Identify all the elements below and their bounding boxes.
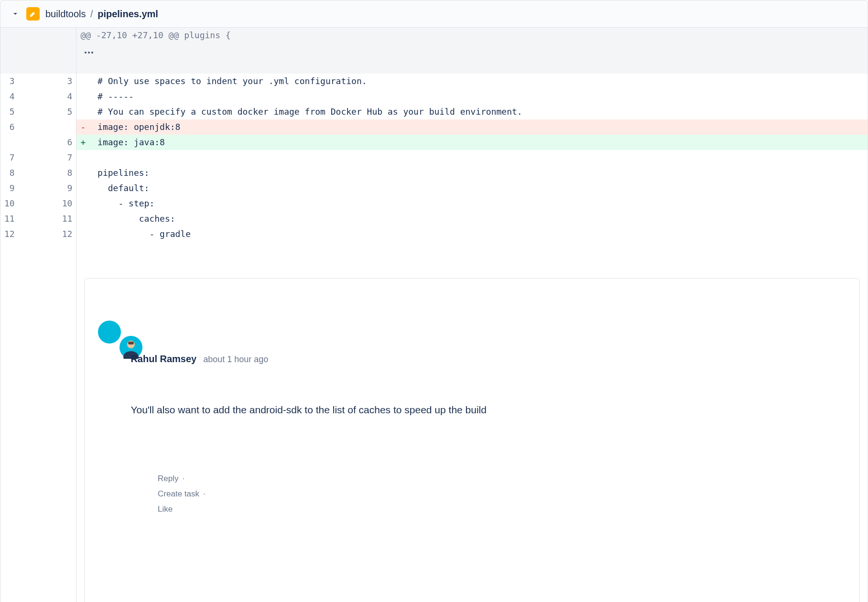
diff-code: # Only use spaces to indent your .yml co… (76, 74, 868, 89)
comment-author[interactable]: Rahul Ramsey (130, 351, 196, 366)
line-number-old (0, 28, 19, 74)
like-button[interactable]: Like (158, 505, 173, 514)
diff-line[interactable]: 99 default: (0, 181, 868, 196)
diff-line[interactable]: 88 pipelines: (0, 165, 868, 181)
line-number-old: 10 (0, 196, 19, 211)
diff-code: # ----- (76, 89, 868, 104)
inline-comment-row: Rahul Ramsey about 1 hour ago You'll als… (0, 242, 868, 602)
hunk-header-text: @@ -27,10 +27,10 @@ plugins { (76, 28, 868, 74)
comment-thread: Rahul Ramsey about 1 hour ago You'll als… (84, 278, 860, 602)
line-number-new: 11 (19, 211, 76, 226)
diff-line[interactable]: 1010 - step: (0, 196, 868, 211)
file-status-badge (26, 7, 40, 21)
comment-time: about 1 hour ago (203, 352, 268, 367)
line-number-new: 7 (19, 150, 76, 165)
line-number-old: 8 (0, 165, 19, 181)
diff-code: pipelines: (76, 165, 868, 181)
diff-code: default: (76, 181, 868, 196)
diff-line[interactable]: 1111 caches: (0, 211, 868, 226)
line-number-new (19, 119, 76, 135)
diff-code: caches: (76, 211, 868, 226)
line-number-old: 6 (0, 119, 19, 135)
diff-code: + image: java:8 (76, 135, 868, 150)
line-number-old: 3 (0, 74, 19, 89)
diff-line[interactable]: 6+ image: java:8 (0, 135, 868, 150)
collapse-toggle[interactable] (10, 9, 21, 19)
chevron-down-icon (11, 10, 19, 18)
line-number-new: 4 (19, 89, 76, 104)
diff-code: # You can specify a custom docker image … (76, 104, 868, 119)
hunk-header-row: @@ -27,10 +27,10 @@ plugins { (0, 28, 868, 74)
diff-line[interactable]: 55 # You can specify a custom docker ima… (0, 104, 868, 119)
diff-line[interactable]: 33 # Only use spaces to indent your .yml… (0, 74, 868, 89)
create-task-button[interactable]: Create task (158, 489, 199, 498)
line-number-new: 8 (19, 165, 76, 181)
line-number-old (0, 135, 19, 150)
diff-line[interactable]: 44 # ----- (0, 89, 868, 104)
diff-line[interactable]: 1212 - gradle (0, 226, 868, 242)
line-number-new: 9 (19, 181, 76, 196)
edit-icon (29, 10, 37, 18)
line-number-old: 11 (0, 211, 19, 226)
reply-button[interactable]: Reply (158, 474, 178, 483)
diff-code: - step: (76, 196, 868, 211)
diff-table: @@ -27,10 +27,10 @@ plugins { 33 # Only … (0, 28, 868, 602)
line-number-new: 3 (19, 74, 76, 89)
line-number-old: 12 (0, 226, 19, 242)
diff-code: - gradle (76, 226, 868, 242)
avatar[interactable] (98, 321, 121, 344)
diff-code (76, 150, 868, 165)
more-icon (64, 52, 114, 54)
path-separator: / (90, 9, 93, 19)
comment-actions: Reply· Create task· Like (130, 456, 846, 532)
line-number-old: 9 (0, 181, 19, 196)
comment-text: You'll also want to add the android-sdk … (130, 402, 846, 418)
line-number-new: 6 (19, 135, 76, 150)
line-number-old: 4 (0, 89, 19, 104)
file-header: buildtools / pipelines.yml (0, 0, 868, 28)
line-number-new: 10 (19, 196, 76, 211)
diff-code: - image: openjdk:8 (76, 119, 868, 135)
diff-line[interactable]: 6- image: openjdk:8 (0, 119, 868, 135)
line-number-old: 5 (0, 104, 19, 119)
folder-name: buildtools (45, 9, 86, 19)
comment: Rahul Ramsey about 1 hour ago You'll als… (98, 321, 846, 602)
line-number-old: 7 (0, 150, 19, 165)
line-number-new: 5 (19, 104, 76, 119)
diff-line[interactable]: 77 (0, 150, 868, 165)
file-name: pipelines.yml (98, 9, 158, 19)
file-path[interactable]: buildtools / pipelines.yml (45, 9, 158, 20)
line-number-new: 12 (19, 226, 76, 242)
expand-diff-button[interactable] (19, 28, 76, 74)
